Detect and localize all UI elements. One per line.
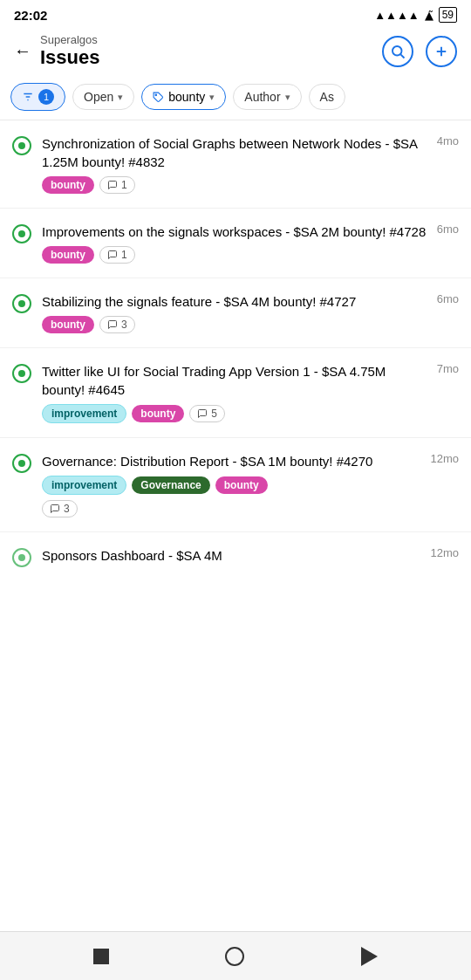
issue-content: Governance: Distribution Report - $SA 1M…: [42, 452, 420, 517]
svg-point-0: [392, 46, 402, 56]
status-icons: ▲▲▲▲ ▲̃ 59: [374, 7, 457, 23]
back-icon: [361, 947, 378, 966]
issue-title: Synchronization of Social Graphs between…: [42, 134, 427, 171]
governance-tag[interactable]: Governance: [132, 476, 209, 494]
issue-time: 6mo: [437, 292, 459, 305]
header-left: ← Superalgos Issues: [14, 33, 100, 69]
bounty-tag[interactable]: bounty: [42, 176, 94, 194]
issue-time: 7mo: [437, 362, 459, 375]
issue-title: Improvements on the signals workspaces -…: [42, 223, 427, 241]
issue-meta: 6mo: [437, 292, 459, 305]
svg-line-1: [400, 54, 404, 58]
issue-open-icon: [12, 364, 31, 383]
comment-icon: [107, 180, 118, 190]
issue-title: Governance: Distribution Report - $SA 1M…: [42, 452, 420, 470]
issue-time: 12mo: [430, 546, 459, 559]
wifi-icon: ▲̃: [425, 9, 433, 22]
bounty-tag[interactable]: bounty: [42, 316, 94, 333]
svg-point-7: [155, 93, 157, 95]
issue-title: Sponsors Dashboard - $SA 4M: [42, 546, 420, 565]
issue-content: Twitter like UI for Social Trading App V…: [42, 362, 427, 423]
stop-icon: [93, 949, 109, 964]
issue-tags: bounty 1: [42, 176, 427, 194]
stop-button[interactable]: [93, 949, 109, 964]
header: ← Superalgos Issues: [0, 26, 471, 78]
add-button[interactable]: [426, 36, 457, 67]
search-button[interactable]: [382, 36, 413, 67]
comment-count: 1: [99, 176, 135, 194]
home-button[interactable]: [225, 947, 244, 966]
issue-meta: 12mo: [430, 546, 459, 559]
issue-content: Stabilizing the signals feature - $SA 4M…: [42, 292, 427, 333]
page-title: Issues: [40, 46, 100, 69]
comment-icon: [107, 250, 118, 260]
open-filter-button[interactable]: Open ▾: [72, 84, 134, 110]
app-name: Superalgos: [40, 33, 100, 46]
author-filter-label: Author: [244, 90, 280, 104]
issue-tags-row2: 3: [42, 500, 420, 517]
assignee-filter-label: As: [320, 90, 334, 104]
header-actions: [382, 36, 457, 67]
home-icon: [225, 947, 244, 966]
issue-content: Synchronization of Social Graphs between…: [42, 134, 427, 194]
issue-list: Synchronization of Social Graphs between…: [0, 120, 471, 602]
tag-icon: [153, 92, 164, 103]
issue-content: Sponsors Dashboard - $SA 4M: [42, 546, 420, 570]
header-titles: Superalgos Issues: [40, 33, 100, 69]
comment-count: 3: [42, 500, 78, 517]
issue-open-icon: [12, 454, 31, 473]
comment-count: 3: [99, 316, 135, 333]
issue-tags: bounty 3: [42, 316, 427, 333]
issue-time: 4mo: [437, 134, 459, 147]
bounty-tag[interactable]: bounty: [132, 405, 184, 422]
issue-item-partial[interactable]: Sponsors Dashboard - $SA 4M 12mo: [0, 532, 471, 602]
bounty-chevron-icon: ▾: [209, 92, 215, 103]
issue-time: 6mo: [437, 223, 459, 236]
issue-item[interactable]: Governance: Distribution Report - $SA 1M…: [0, 438, 471, 532]
improvement-tag[interactable]: improvement: [42, 404, 126, 423]
issue-open-icon: [12, 224, 31, 243]
back-nav-button[interactable]: [361, 947, 378, 966]
comment-icon: [50, 504, 60, 514]
issue-item[interactable]: Synchronization of Social Graphs between…: [0, 120, 471, 209]
open-chevron-icon: ▾: [118, 92, 123, 103]
issue-title: Stabilizing the signals feature - $SA 4M…: [42, 292, 427, 311]
issue-content: Improvements on the signals workspaces -…: [42, 223, 427, 264]
issue-time: 12mo: [430, 452, 459, 465]
comment-count: 5: [189, 405, 225, 422]
issue-item[interactable]: Twitter like UI for Social Trading App V…: [0, 348, 471, 438]
issue-meta: 12mo: [430, 452, 459, 465]
issue-meta: 6mo: [437, 223, 459, 236]
bounty-tag[interactable]: bounty: [215, 476, 268, 494]
issue-tags: bounty 1: [42, 246, 427, 264]
bounty-filter-label: bounty: [168, 90, 205, 104]
bounty-filter-button[interactable]: bounty ▾: [141, 84, 226, 110]
battery-icon: 59: [439, 7, 457, 23]
issue-tags: improvement bounty 5: [42, 404, 427, 423]
improvement-tag[interactable]: improvement: [42, 476, 126, 495]
issue-title: Twitter like UI for Social Trading App V…: [42, 362, 427, 399]
author-chevron-icon: ▾: [285, 92, 290, 103]
comment-icon: [107, 319, 118, 330]
status-bar: 22:02 ▲▲▲▲ ▲̃ 59: [0, 0, 471, 26]
issue-open-icon: [12, 294, 31, 313]
bottom-nav: [0, 931, 471, 980]
issue-meta: 4mo: [437, 134, 459, 147]
issue-item[interactable]: Stabilizing the signals feature - $SA 4M…: [0, 278, 471, 348]
author-filter-button[interactable]: Author ▾: [233, 84, 301, 110]
issue-open-icon: [12, 136, 31, 155]
status-time: 22:02: [14, 8, 47, 23]
issue-open-icon: [12, 548, 31, 567]
bounty-tag[interactable]: bounty: [42, 246, 94, 264]
filter-icon: [22, 91, 34, 103]
issue-item[interactable]: Improvements on the signals workspaces -…: [0, 209, 471, 278]
assignee-filter-button[interactable]: As: [309, 84, 345, 110]
issue-meta: 7mo: [437, 362, 459, 375]
comment-count: 1: [99, 246, 135, 264]
issue-tags: improvement Governance bounty: [42, 476, 420, 495]
back-button[interactable]: ←: [14, 41, 31, 61]
filter-bar: 1 Open ▾ bounty ▾ Author ▾ As: [0, 78, 471, 120]
open-filter-label: Open: [84, 90, 113, 104]
filter-count: 1: [38, 89, 54, 105]
filter-all-button[interactable]: 1: [10, 83, 65, 111]
